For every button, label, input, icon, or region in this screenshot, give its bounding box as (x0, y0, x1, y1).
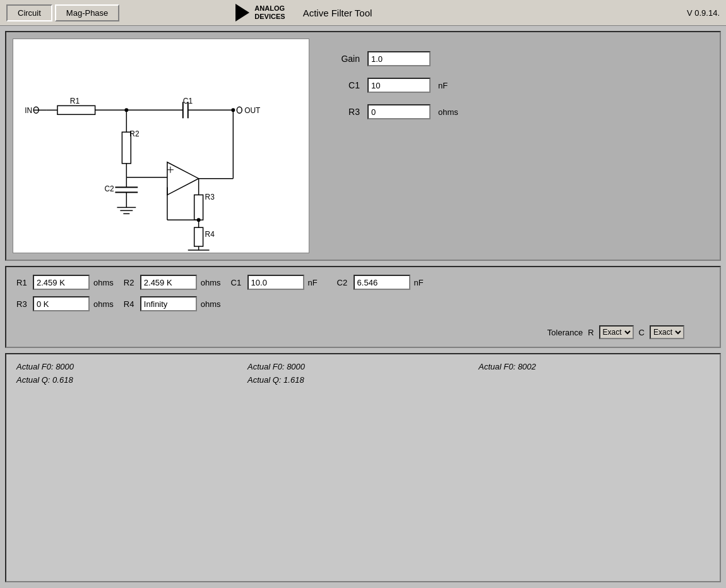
r3-comp-unit: ohms (93, 299, 114, 309)
main-container: IN R1 C1 OUT (0, 26, 726, 587)
svg-point-46 (197, 218, 201, 222)
magphase-tab-button[interactable]: Mag-Phase (55, 4, 119, 21)
top-panel: IN R1 C1 OUT (5, 31, 721, 261)
result-col2-q: Actual Q: 1.618 (247, 375, 479, 385)
r3-param-row: R3 ohms (328, 104, 707, 119)
tolerance-row: Tolerance R Exact 1% 2% 5% 10% C Exact 1… (16, 325, 710, 339)
gain-input[interactable] (367, 51, 431, 66)
svg-text:C2: C2 (105, 184, 115, 193)
c1-comp-label: C1 (231, 278, 244, 287)
circuit-diagram: IN R1 C1 OUT (13, 39, 309, 253)
app-title: Active Filter Tool (303, 8, 372, 18)
r2-unit: ohms (201, 278, 221, 287)
svg-text:R4: R4 (205, 230, 215, 239)
c2-group: C2 nF (337, 275, 433, 290)
svg-rect-36 (194, 195, 203, 220)
c1-comp-group: C1 nF (231, 275, 327, 290)
svg-marker-28 (167, 162, 199, 195)
logo-text: ANALOG DEVICES (254, 4, 285, 21)
r1-group: R1 ohms (16, 275, 114, 290)
r2-label: R2 (124, 278, 136, 287)
r4-label: R4 (124, 299, 136, 309)
bottom-panel: Actual F0: 8000 Actual F0: 8000 Actual F… (5, 353, 721, 582)
r3-param-unit: ohms (438, 107, 458, 117)
tolerance-label: Tolerance (547, 328, 583, 337)
component-values: R1 ohms R2 ohms C1 nF C2 nF (16, 275, 710, 339)
r3-param-label: R3 (328, 107, 360, 117)
c-tolerance-select[interactable]: Exact 1% 2% 5% 10% (650, 325, 684, 339)
c1-param-input[interactable] (367, 78, 431, 93)
component-row-2: R3 ohms R4 ohms (16, 296, 710, 311)
r1-input[interactable] (33, 275, 90, 290)
c1-param-unit: nF (438, 81, 448, 90)
svg-rect-5 (57, 105, 95, 114)
r4-unit: ohms (201, 299, 221, 309)
r-tolerance-label: R (588, 328, 593, 337)
r4-input[interactable] (140, 296, 197, 311)
result-col1-q: Actual Q: 0.618 (16, 375, 247, 385)
analog-devices-logo-icon (235, 4, 249, 21)
r1-label: R1 (16, 278, 29, 287)
params-panel: Gain C1 nF R3 ohms (322, 39, 713, 253)
c1-comp-unit: nF (308, 278, 327, 287)
r3-comp-group: R3 ohms (16, 296, 114, 311)
r3-param-input[interactable] (367, 104, 431, 119)
c1-comp-input[interactable] (247, 275, 304, 290)
logo-area: ANALOG DEVICES Active Filter Tool (235, 4, 372, 21)
r2-group: R2 ohms (124, 275, 221, 290)
result-col3-q (479, 375, 710, 385)
svg-text:R3: R3 (205, 193, 215, 201)
c2-input[interactable] (354, 275, 410, 290)
result-col2-f0: Actual F0: 8000 (247, 362, 479, 371)
svg-text:IN: IN (25, 106, 32, 115)
c1-param-row: C1 nF (328, 78, 707, 93)
r1-unit: ohms (93, 278, 114, 287)
c2-unit: nF (414, 278, 433, 287)
results-grid: Actual F0: 8000 Actual F0: 8000 Actual F… (16, 362, 710, 385)
r-tolerance-select[interactable]: Exact 1% 2% 5% 10% (599, 325, 634, 339)
gain-row: Gain (328, 51, 707, 66)
c-tolerance-label: C (639, 328, 645, 337)
version-label: V 0.9.14. (687, 8, 720, 18)
toolbar: Circuit Mag-Phase ANALOG DEVICES Active … (0, 0, 726, 26)
result-col1-f0: Actual F0: 8000 (16, 362, 247, 371)
gain-label: Gain (328, 54, 360, 64)
svg-text:R1: R1 (70, 97, 80, 105)
r2-input[interactable] (140, 275, 197, 290)
svg-point-13 (237, 107, 242, 113)
circuit-svg: IN R1 C1 OUT (13, 39, 309, 253)
result-col3-f0: Actual F0: 8002 (479, 362, 710, 371)
c1-param-label: C1 (328, 80, 360, 90)
r3-comp-input[interactable] (33, 296, 90, 311)
r4-group: R4 ohms (124, 296, 221, 311)
c2-label: C2 (337, 278, 350, 287)
r3-comp-label: R3 (16, 299, 29, 309)
svg-point-33 (231, 108, 235, 112)
circuit-tab-button[interactable]: Circuit (6, 4, 52, 21)
svg-text:OUT: OUT (244, 106, 260, 115)
mid-panel: R1 ohms R2 ohms C1 nF C2 nF (5, 266, 721, 348)
component-row-1: R1 ohms R2 ohms C1 nF C2 nF (16, 275, 710, 290)
svg-rect-39 (194, 227, 203, 246)
